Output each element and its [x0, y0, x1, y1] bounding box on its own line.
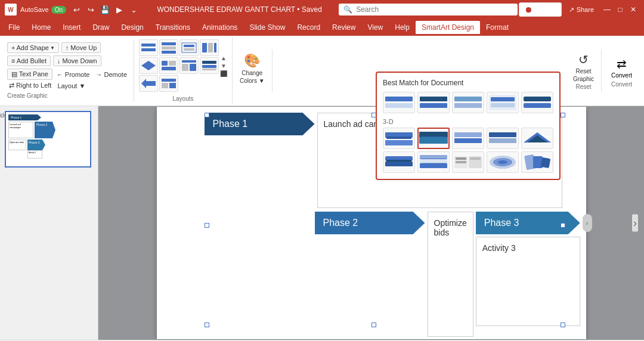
- text-pane-button[interactable]: ▤ Text Pane: [7, 69, 52, 80]
- handle-top-left[interactable]: [205, 113, 209, 117]
- smartart-style-4[interactable]: [487, 92, 519, 113]
- slide-thumb-content: Phase 1 Launch ad campaigns Phase 2 Opti…: [6, 112, 90, 166]
- change-colors-button[interactable]: 🎨 Change Colors ▼: [237, 52, 267, 85]
- handle-bot-left[interactable]: [205, 323, 209, 327]
- undo-icon[interactable]: ↩: [70, 3, 83, 16]
- 3d-style-7[interactable]: [417, 151, 450, 173]
- layout-item-1[interactable]: [139, 39, 158, 56]
- menu-animations[interactable]: Animations: [196, 21, 243, 34]
- menu-slideshow[interactable]: Slide Show: [243, 21, 291, 34]
- layout-item-9[interactable]: [139, 75, 158, 92]
- 3d-style-5[interactable]: [521, 128, 553, 149]
- menu-design[interactable]: Design: [115, 21, 149, 34]
- smartart-style-1[interactable]: [383, 92, 415, 113]
- more-icon[interactable]: ⌄: [127, 3, 140, 16]
- 3d-style-3[interactable]: [452, 128, 484, 149]
- move-down-button[interactable]: ↓ Move Down: [53, 55, 101, 66]
- convert-label: Convert: [611, 81, 632, 88]
- next-slide-button[interactable]: ›: [632, 215, 638, 232]
- right-expand-handle[interactable]: ›: [583, 214, 592, 232]
- menu-file[interactable]: File: [2, 21, 26, 34]
- menu-review[interactable]: Review: [326, 21, 361, 34]
- add-shape-button[interactable]: + Add Shape ▼: [7, 42, 59, 53]
- share-button[interactable]: ↗ Share: [563, 4, 600, 16]
- app-icon: W: [5, 4, 17, 16]
- svg-rect-4: [162, 51, 176, 54]
- close-button[interactable]: ✕: [627, 4, 639, 16]
- handle-bot-right[interactable]: [561, 323, 565, 327]
- search-input[interactable]: [356, 5, 513, 14]
- 3d-style-2[interactable]: [417, 128, 450, 149]
- menu-format[interactable]: Format: [480, 21, 515, 34]
- layout-button[interactable]: Layout ▼: [55, 81, 87, 90]
- activity2-box[interactable]: Optimize bids: [428, 212, 473, 337]
- smartart-style-5[interactable]: [521, 92, 553, 113]
- layout-item-2[interactable]: [159, 39, 178, 56]
- menu-draw[interactable]: Draw: [86, 21, 115, 34]
- layout-item-5[interactable]: [139, 57, 158, 74]
- 3d-thumb-2: [419, 129, 448, 147]
- menu-help[interactable]: Help: [389, 21, 416, 34]
- 3d-style-8[interactable]: [452, 151, 484, 173]
- ribbon: + Add Shape ▼ ↑ Move Up ≡ Add Bullet ↓ M…: [0, 36, 644, 106]
- handle-top-right[interactable]: [561, 113, 565, 117]
- layout-item-6[interactable]: [159, 57, 178, 74]
- activity3-box[interactable]: Activity 3: [476, 237, 580, 326]
- record-button[interactable]: ⏺ Record: [519, 2, 561, 17]
- right-to-left-button[interactable]: ⇄ Right to Left: [7, 81, 53, 90]
- add-bullet-button[interactable]: ≡ Add Bullet: [7, 55, 51, 66]
- menu-view[interactable]: View: [361, 21, 389, 34]
- layout-thumb-1: [140, 41, 157, 54]
- phase1-header: Phase 1: [205, 113, 315, 135]
- autosave-toggle[interactable]: On: [51, 6, 66, 14]
- layout-item-8[interactable]: [200, 57, 219, 74]
- svg-rect-8: [202, 43, 207, 52]
- maximize-button[interactable]: □: [614, 4, 626, 16]
- 3d-style-9[interactable]: [487, 151, 519, 173]
- layout-item-10[interactable]: [159, 75, 178, 92]
- demote-button[interactable]: → Demote: [94, 69, 129, 80]
- menu-insert[interactable]: Insert: [57, 21, 86, 34]
- autosave-area: AutoSave On: [20, 6, 66, 14]
- menu-smartart-design[interactable]: SmartArt Design: [416, 21, 480, 34]
- convert-button[interactable]: ⇄ Convert: [606, 54, 637, 81]
- svg-rect-23: [162, 83, 168, 88]
- 3d-style-6[interactable]: [383, 151, 415, 173]
- reset-graphic-button[interactable]: ↺ Reset Graphic: [571, 51, 596, 83]
- layouts-expand[interactable]: ⬛: [220, 70, 227, 77]
- 3d-style-10[interactable]: [521, 151, 553, 173]
- slide-thumbnail-1[interactable]: Phase 1 Launch ad campaigns Phase 2 Opti…: [5, 111, 91, 168]
- svg-rect-43: [454, 138, 482, 143]
- svg-rect-3: [162, 46, 176, 49]
- search-icon: 🔍: [343, 5, 352, 14]
- 3d-thumb-7: [419, 153, 448, 171]
- layouts-scroll-up[interactable]: ▲: [220, 55, 227, 61]
- smartart-style-3[interactable]: [452, 92, 484, 113]
- layouts-grid: [139, 39, 219, 92]
- menu-home[interactable]: Home: [26, 21, 57, 34]
- layout-item-7[interactable]: [179, 57, 199, 74]
- slide-panel: Slide 1 of 1 Phase 1 Launch ad campaigns…: [0, 106, 98, 340]
- layouts-scroll-down[interactable]: ▼: [220, 63, 227, 69]
- redo-icon[interactable]: ↪: [84, 3, 97, 16]
- menu-transitions[interactable]: Transitions: [150, 21, 196, 34]
- smartart-style-2[interactable]: [417, 92, 450, 113]
- save-icon[interactable]: 💾: [98, 3, 112, 16]
- handle-mid-right[interactable]: [561, 223, 565, 228]
- 3d-style-4[interactable]: [487, 128, 519, 149]
- handle-bot-center[interactable]: [371, 323, 376, 327]
- svg-rect-66: [541, 157, 551, 168]
- search-bar[interactable]: 🔍: [339, 4, 518, 16]
- menu-record[interactable]: Record: [291, 21, 326, 34]
- style-thumb-5: [522, 94, 552, 111]
- 3d-style-1[interactable]: [383, 128, 415, 149]
- layout-item-4[interactable]: [200, 39, 219, 56]
- present-icon[interactable]: ▶: [113, 3, 126, 16]
- minimize-button[interactable]: —: [601, 4, 613, 16]
- move-up-button[interactable]: ↑ Move Up: [61, 42, 101, 53]
- layout-item-3[interactable]: [179, 39, 199, 56]
- promote-button[interactable]: ← Promote: [55, 69, 92, 80]
- 3d-grid: [383, 128, 553, 173]
- 3d-thumb-3: [453, 129, 483, 147]
- handle-mid-left[interactable]: [205, 223, 209, 228]
